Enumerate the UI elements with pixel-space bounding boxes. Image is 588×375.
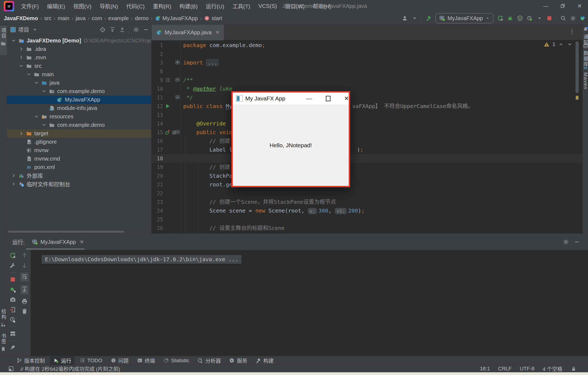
javafx-app-window[interactable]: My JavaFX App — ✕ Hello, JNotepad!: [231, 91, 350, 187]
arrow-down-icon[interactable]: [21, 262, 28, 269]
menu-item[interactable]: 代码(C): [122, 2, 149, 10]
tree-chevron-icon[interactable]: [41, 122, 47, 128]
soft-wrap-icon[interactable]: [21, 273, 28, 280]
menu-item[interactable]: 视图(V): [69, 2, 96, 10]
tree-row[interactable]: .idea: [7, 45, 151, 53]
menu-item[interactable]: VCS(S): [254, 3, 281, 9]
locate-icon[interactable]: [100, 27, 106, 33]
prev-problem-icon[interactable]: [558, 41, 564, 47]
tree-row[interactable]: Jmodule-info.java: [7, 104, 151, 112]
stripe-button-通知[interactable]: 通知: [583, 27, 588, 45]
stripe-button-数据库[interactable]: 数据库: [583, 43, 588, 67]
menu-item[interactable]: 运行(U): [202, 2, 228, 10]
hide-minus-icon[interactable]: [574, 239, 580, 245]
tree-chevron-icon[interactable]: [11, 38, 16, 43]
build-hammer-icon[interactable]: [425, 15, 431, 21]
tree-chevron-icon[interactable]: [26, 72, 32, 77]
run-tab-close-icon[interactable]: ✕: [80, 239, 84, 245]
tool-window-button-终端[interactable]: 终端: [134, 356, 158, 365]
tree-row[interactable]: com.example.demo: [7, 87, 151, 96]
warning-stripe-mark[interactable]: [576, 96, 578, 100]
stripe-button-Maven[interactable]: mMaven: [583, 65, 588, 90]
tree-row[interactable]: .gitignore: [7, 138, 151, 146]
minimize-button[interactable]: —: [537, 0, 554, 12]
run-console[interactable]: E:\Downloads\CodesDownloads\jdk\jdk-17.0…: [31, 250, 588, 356]
app-logo-icon[interactable]: IJ: [4, 1, 14, 11]
tree-row[interactable]: mpom.xml: [7, 163, 151, 171]
close-button[interactable]: ✕: [571, 0, 588, 12]
javafx-minimize-button[interactable]: —: [303, 93, 315, 104]
arrow-up-icon[interactable]: [21, 252, 28, 259]
tree-row[interactable]: JavaFXDemo [Demo]D:\IDEAProjects\JCNCPro…: [7, 36, 151, 45]
debug-attach-icon[interactable]: [10, 286, 16, 293]
tree-chevron-icon[interactable]: [19, 55, 24, 60]
tool-window-button-构建[interactable]: 构建: [252, 356, 277, 365]
print-icon[interactable]: [21, 298, 28, 305]
console-command-line[interactable]: E:\Downloads\CodesDownloads\jdk\jdk-17.0…: [42, 255, 241, 264]
javafx-maximize-button[interactable]: [322, 93, 334, 104]
indent-setting[interactable]: 4 个空格: [543, 365, 562, 372]
menu-item[interactable]: 导航(N): [96, 2, 122, 10]
breadcrumb-item[interactable]: mstart: [204, 15, 222, 21]
project-tool-icon[interactable]: [10, 27, 16, 33]
fold-minus-icon[interactable]: [175, 77, 180, 82]
hide-minus-icon[interactable]: [143, 27, 149, 33]
editor-tab[interactable]: C MyJavaFXApp.java ✕: [152, 24, 224, 40]
tree-row[interactable]: target: [7, 129, 151, 138]
tree-row[interactable]: .mvn: [7, 53, 151, 62]
javafx-close-button[interactable]: ✕: [341, 93, 353, 104]
tree-chevron-icon[interactable]: [11, 181, 16, 187]
breadcrumb-item[interactable]: src: [44, 15, 51, 21]
search-icon[interactable]: [560, 15, 566, 21]
tree-row[interactable]: com.example.demo: [7, 121, 151, 129]
coverage-shield-icon[interactable]: [517, 15, 523, 21]
javafx-titlebar[interactable]: My JavaFX App — ✕: [233, 93, 349, 104]
tab-options-icon[interactable]: [569, 29, 575, 35]
tree-row[interactable]: main: [7, 70, 151, 79]
restore-button[interactable]: [554, 0, 571, 12]
tree-row[interactable]: mvnw: [7, 146, 151, 155]
tree-row[interactable]: 临时文件和控制台: [7, 180, 151, 188]
caret-position[interactable]: 18:1: [480, 366, 490, 372]
tool-window-button-问题[interactable]: 问题: [107, 356, 132, 365]
stripe-button-结构[interactable]: 结构: [0, 309, 7, 327]
collapse-all-icon[interactable]: [119, 27, 125, 33]
fold-plus-icon[interactable]: [175, 60, 180, 65]
breadcrumb-item[interactable]: demo: [135, 15, 149, 21]
menu-item[interactable]: 工具(T): [228, 2, 255, 10]
tree-chevron-icon[interactable]: [34, 114, 39, 119]
menu-item[interactable]: 编辑(E): [43, 2, 69, 10]
fold-minus-icon[interactable]: [175, 130, 180, 134]
breadcrumb-item[interactable]: JavaFXDemo: [4, 15, 38, 21]
expand-all-icon[interactable]: [109, 27, 115, 33]
scroll-end-icon[interactable]: [21, 286, 28, 293]
tree-chevron-icon[interactable]: [19, 131, 24, 136]
breadcrumb-item[interactable]: CMyJavaFXApp: [155, 15, 198, 21]
rerun-icon[interactable]: [10, 252, 16, 259]
stop-icon[interactable]: [546, 15, 552, 21]
breadcrumb-item[interactable]: com: [92, 15, 102, 21]
breadcrumb-item[interactable]: java: [76, 15, 86, 21]
tree-chevron-icon[interactable]: [11, 173, 16, 178]
tree-chevron-icon[interactable]: [34, 80, 39, 85]
scroll-end-toggle[interactable]: [20, 285, 29, 294]
trash-icon[interactable]: [21, 308, 28, 315]
editor[interactable]: C MyJavaFXApp.java ✕ 1package com.exampl…: [152, 24, 583, 233]
tree-chevron-icon[interactable]: [19, 46, 24, 52]
exit-red-icon[interactable]: [10, 306, 16, 313]
run-tab[interactable]: MyJavaFXApp ✕: [32, 239, 84, 245]
settings-gear-icon[interactable]: [133, 27, 139, 33]
tree-row[interactable]: 外部库: [7, 171, 151, 180]
project-horizontal-scrollbar[interactable]: [8, 231, 124, 233]
menu-item[interactable]: 文件(F): [17, 2, 43, 10]
inspections-widget[interactable]: 1: [544, 41, 573, 47]
soft-wrap-toggle[interactable]: [20, 272, 29, 282]
tool-window-button-服务[interactable]: 服务: [226, 356, 250, 365]
tool-window-button-版本控制[interactable]: 版本控制: [13, 356, 48, 365]
run-triangle-icon[interactable]: [165, 103, 171, 109]
settings-gear-icon[interactable]: [570, 15, 576, 21]
tree-row[interactable]: java: [7, 79, 151, 87]
profiler-cursor-icon[interactable]: [10, 316, 16, 323]
camera-icon[interactable]: [10, 296, 16, 303]
run-config-combo[interactable]: MyJavaFXApp: [435, 13, 494, 23]
